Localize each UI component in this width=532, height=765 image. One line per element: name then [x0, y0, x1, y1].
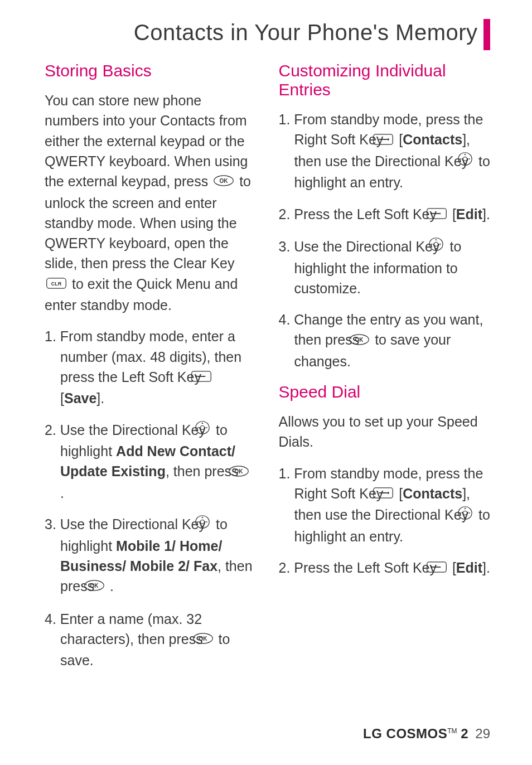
text: to exit the Quick Menu and enter standby…: [45, 276, 238, 313]
custom-step-1: 1. From standby mode, press the Right So…: [279, 109, 491, 193]
content-columns: Storing Basics You can store new phone n…: [45, 61, 490, 709]
ok-key-icon: [364, 330, 370, 350]
right-soft-key-icon: [388, 483, 394, 503]
clr-key-icon: [46, 274, 67, 294]
text: 2. Use the Directional Key: [45, 422, 210, 438]
speed-dial-intro: Allows you to set up your Speed Dials.: [279, 411, 491, 452]
text: .: [106, 578, 114, 594]
right-soft-key-icon: [388, 130, 394, 150]
left-soft-key-icon: [442, 204, 447, 224]
footer-brand: LG COSMOS: [363, 726, 447, 741]
page-title: Contacts in Your Phone's Memory: [134, 20, 478, 45]
contacts-label: Contacts: [403, 132, 462, 147]
text: [: [452, 206, 456, 222]
heading-speed-dial: Speed Dial: [279, 382, 491, 401]
text: .: [60, 485, 64, 501]
edit-label: Edit: [456, 206, 482, 222]
custom-step-2: 2. Press the Left Soft Key [Edit].: [279, 204, 491, 226]
text: 3. Use the Directional Key: [45, 516, 210, 532]
edit-label: Edit: [456, 560, 482, 575]
text: [: [452, 560, 456, 575]
speed-dial-step-1: 1. From standby mode, press the Right So…: [279, 463, 491, 547]
ok-key-icon: [99, 576, 105, 596]
text: ].: [482, 206, 490, 222]
ok-key-icon: [213, 171, 234, 191]
custom-step-3: 3. Use the Directional Key to highlight …: [279, 236, 491, 298]
left-soft-key-icon: [206, 367, 212, 387]
heading-customizing: Customizing Individual Entries: [279, 61, 491, 99]
contacts-label: Contacts: [403, 486, 462, 501]
custom-step-4: 4. Change the entry as you want, then pr…: [279, 309, 491, 371]
footer-model: 2: [457, 726, 468, 741]
storing-step-4: 4. Enter a name (max. 32 characters), th…: [45, 609, 257, 671]
storing-step-2: 2. Use the Directional Key to highlight …: [45, 420, 257, 503]
save-label: Save: [64, 390, 96, 406]
storing-step-1: 1. From standby mode, enter a number (ma…: [45, 326, 257, 408]
text: 3. Use the Directional Key: [279, 239, 444, 254]
left-soft-key-icon: [442, 558, 447, 578]
footer: LG COSMOSTM 2 29: [363, 726, 490, 742]
text: 2. Press the Left Soft Key: [279, 206, 441, 222]
speed-dial-step-2: 2. Press the Left Soft Key [Edit].: [279, 558, 491, 579]
text: 1. From standby mode, enter a number (ma…: [45, 328, 241, 385]
trademark-symbol: TM: [447, 727, 457, 735]
title-accent-bar: [483, 19, 490, 50]
text: [: [60, 390, 64, 406]
page-number: 29: [475, 726, 490, 741]
intro-paragraph: You can store new phone numbers into you…: [45, 90, 257, 315]
text: ].: [96, 390, 104, 406]
ok-key-icon: [208, 629, 214, 649]
text: 4. Enter a name (max. 32 characters), th…: [45, 611, 207, 647]
ok-key-icon: [244, 462, 249, 482]
text: 2. Press the Left Soft Key: [279, 560, 441, 575]
storing-step-3: 3. Use the Directional Key to highlight …: [45, 514, 257, 598]
page-title-block: Contacts in Your Phone's Memory: [134, 17, 490, 48]
heading-storing-basics: Storing Basics: [45, 61, 257, 80]
text: ].: [482, 560, 490, 575]
